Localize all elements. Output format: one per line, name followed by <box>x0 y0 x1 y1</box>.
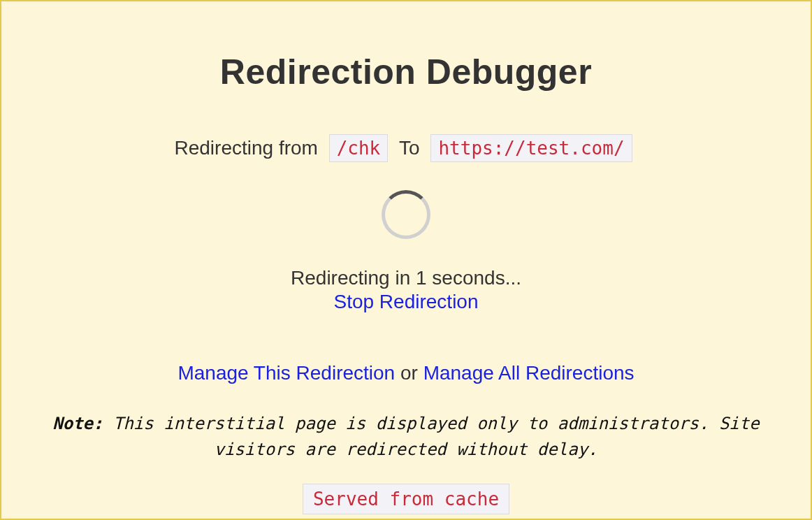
cache-status-badge: Served from cache <box>303 484 509 514</box>
spinner-container <box>1 190 811 239</box>
page-title: Redirection Debugger <box>1 52 811 92</box>
redirect-from-value: /chk <box>329 134 389 162</box>
redirect-to-label: To <box>399 137 420 159</box>
note-label: Note: <box>52 414 103 433</box>
redirect-info-line: Redirecting from /chk To https://test.co… <box>1 134 811 162</box>
redirect-to-value: https://test.com/ <box>430 134 632 162</box>
redirect-from-label: Redirecting from <box>174 137 317 159</box>
loading-spinner-icon <box>382 190 430 239</box>
or-separator: or <box>395 362 423 384</box>
manage-this-redirection-link[interactable]: Manage This Redirection <box>177 362 395 384</box>
manage-links-line: Manage This Redirection or Manage All Re… <box>1 362 811 384</box>
admin-note: Note: This interstitial page is displaye… <box>1 411 811 463</box>
redirection-debugger-panel: Redirection Debugger Redirecting from /c… <box>0 0 812 520</box>
note-text: This interstitial page is displayed only… <box>103 414 760 459</box>
manage-all-redirections-link[interactable]: Manage All Redirections <box>423 362 635 384</box>
stop-redirection-link[interactable]: Stop Redirection <box>333 291 478 313</box>
countdown-text: Redirecting in 1 seconds... <box>1 267 811 289</box>
